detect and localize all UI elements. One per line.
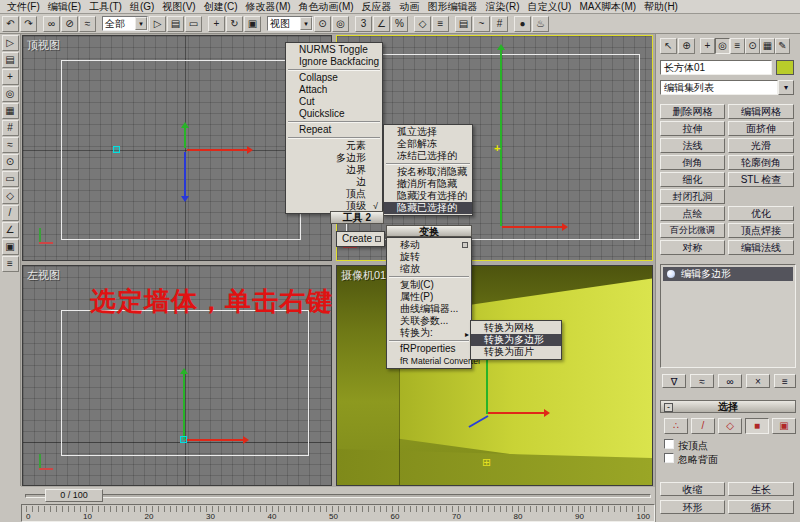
quad-menu-item-clone[interactable]: 复制(C) (387, 279, 471, 291)
viewport-camera[interactable]: 摄像机01 ⊞ (336, 265, 653, 486)
modifier-button[interactable]: 顶点焊接 (728, 223, 794, 238)
snap-toggle-button[interactable]: 3 (355, 16, 372, 32)
quad-menu-item[interactable]: NURMS Toggle (286, 44, 382, 56)
wall-spline-wireframe[interactable] (61, 310, 309, 456)
selection-region-button[interactable]: ▭ (185, 16, 202, 32)
menu-rendering[interactable]: 渲染(R) (482, 0, 524, 14)
gizmo-x-axis[interactable] (187, 149, 247, 151)
element-subobject-icon[interactable]: ▣ (772, 418, 796, 434)
menu-animation[interactable]: 动画 (396, 0, 424, 14)
collapse-rollout-icon[interactable]: - (664, 403, 673, 412)
left-toolbar-icon[interactable]: ▣ (2, 239, 19, 255)
quad-menu-item[interactable]: Collapse (286, 72, 382, 84)
gizmo-y-axis[interactable] (183, 374, 185, 440)
show-end-result-icon[interactable]: ≈ (690, 374, 714, 388)
modifier-button[interactable]: STL 检查 (728, 172, 794, 187)
use-center-button[interactable]: ⊙ (314, 16, 331, 32)
render-scene-button[interactable]: ♨ (532, 16, 549, 32)
angle-snap-button[interactable]: ∠ (373, 16, 390, 32)
ring-button[interactable]: 环形 (660, 500, 725, 514)
left-toolbar-icon[interactable]: ◎ (2, 86, 19, 102)
modifier-button[interactable]: 删除网格 (660, 104, 725, 119)
ignore-backfacing-checkbox[interactable] (664, 453, 674, 463)
by-vertex-checkbox[interactable] (664, 439, 674, 449)
quad-menu-item[interactable]: 冻结已选择的 (384, 150, 472, 162)
modifier-button[interactable]: 面挤伸 (728, 121, 794, 136)
modifier-button[interactable]: 法线 (660, 138, 725, 153)
modifier-button[interactable]: 编辑法线 (728, 240, 794, 255)
quad-menu-item-scale[interactable]: 缩放 (387, 263, 471, 275)
remove-modifier-icon[interactable]: × (746, 374, 770, 388)
menu-group[interactable]: 组(G) (126, 0, 158, 14)
select-by-name-button[interactable]: ▤ (167, 16, 184, 32)
quad-menu-item-curve-editor[interactable]: 曲线编辑器... (387, 303, 471, 315)
left-toolbar-icon[interactable]: ∠ (2, 222, 19, 238)
left-toolbar-icon[interactable]: + (2, 69, 19, 85)
select-object-button[interactable]: ▷ (149, 16, 166, 32)
display-tab-icon[interactable]: ▦ (760, 38, 775, 54)
edge-subobject-icon[interactable]: / (691, 418, 715, 434)
configure-modifier-sets-icon[interactable]: ≡ (774, 374, 796, 388)
curve-editor-button[interactable]: ~ (473, 16, 490, 32)
create-options-icon[interactable] (375, 236, 381, 242)
modifier-button[interactable]: 优化 (728, 206, 794, 221)
modifier-stack-item[interactable]: 编辑多边形 (663, 267, 793, 281)
quad-menu-item-move[interactable]: 移动 (387, 239, 471, 251)
select-and-link-button[interactable]: ∞ (43, 16, 60, 32)
quad-menu-item-fr-material-converter[interactable]: fR Material Converter (387, 355, 471, 367)
gizmo-x-axis[interactable] (502, 226, 562, 228)
create-tab-icon[interactable]: + (700, 38, 715, 54)
modifier-button[interactable]: 细化 (660, 172, 725, 187)
object-color-swatch[interactable] (776, 60, 794, 75)
modifier-button[interactable]: 封闭孔洞 (660, 189, 725, 204)
quad-menu-item-border[interactable]: 边界 (286, 164, 382, 176)
menu-edit[interactable]: 编辑(E) (44, 0, 85, 14)
panel-pin-icon[interactable]: ⊕ (678, 38, 695, 54)
viewport-camera-label[interactable]: 摄像机01 (341, 268, 386, 283)
align-button[interactable]: ≡ (432, 16, 449, 32)
dropdown-arrow-icon[interactable]: ▾ (135, 17, 147, 30)
quad-menu-item[interactable]: Quickslice (286, 108, 382, 120)
modifier-stack-list[interactable]: 编辑多边形 (660, 264, 796, 368)
move-settings-icon[interactable] (462, 242, 468, 248)
gizmo-z-axis[interactable] (184, 152, 186, 196)
submenu-item-convert-to-mesh[interactable]: 转换为网格 (471, 322, 561, 334)
modifier-list-arrow-icon[interactable]: ▾ (778, 80, 794, 95)
left-toolbar-icon[interactable]: ≡ (2, 256, 19, 272)
quad-menu-item-create[interactable]: Create (337, 233, 384, 245)
gizmo-x-axis[interactable] (488, 412, 544, 414)
selected-vertex-marker[interactable] (113, 146, 120, 153)
modifier-button[interactable]: 编辑网格 (728, 104, 794, 119)
selection-rollout-header[interactable]: -选择 (660, 400, 796, 413)
menu-views[interactable]: 视图(V) (158, 0, 199, 14)
time-slider[interactable]: 0 / 100 (45, 489, 103, 502)
modifier-button[interactable]: 百分比微调 (660, 223, 725, 238)
viewport-left-label[interactable]: 左视图 (27, 268, 60, 283)
quad-menu-item-properties[interactable]: 属性(P) (387, 291, 471, 303)
submenu-item-convert-to-poly[interactable]: 转换为多边形 (471, 334, 561, 346)
quad-menu-item[interactable]: Cut (286, 96, 382, 108)
loop-button[interactable]: 循环 (728, 500, 794, 514)
left-toolbar-icon[interactable]: / (2, 205, 19, 221)
modify-tab-icon[interactable]: ◎ (715, 38, 730, 54)
gizmo-x-axis[interactable] (185, 439, 243, 441)
polygon-subobject-icon[interactable]: ■ (745, 418, 769, 434)
quad-menu-item-hide-selection[interactable]: 隐藏已选择的 (384, 202, 472, 214)
modifier-list-dropdown[interactable]: 编辑集列表 (660, 80, 778, 95)
vertex-subobject-icon[interactable]: ∴ (664, 418, 688, 434)
wall-spline-wireframe[interactable] (61, 60, 301, 240)
modifier-button[interactable]: 对称 (660, 240, 725, 255)
quad-menu-item-vertex[interactable]: 顶点 (286, 188, 382, 200)
menu-tools[interactable]: 工具(T) (85, 0, 126, 14)
track-bar[interactable]: 0 10 20 30 40 50 60 70 80 90 100 (21, 504, 655, 522)
quad-menu-item[interactable]: 撤消所有隐藏 (384, 178, 472, 190)
menu-create[interactable]: 创建(C) (200, 0, 242, 14)
motion-tab-icon[interactable]: ⊙ (745, 38, 760, 54)
selected-vertex-marker[interactable] (180, 436, 187, 443)
quad-menu-item-convert-to[interactable]: 转换为:▸ (387, 327, 471, 339)
undo-button[interactable]: ↶ (2, 16, 19, 32)
border-subobject-icon[interactable]: ◇ (718, 418, 742, 434)
unlink-selection-button[interactable]: ⊘ (61, 16, 78, 32)
left-toolbar-icon[interactable]: ⊙ (2, 154, 19, 170)
menu-customize[interactable]: 自定义(U) (523, 0, 575, 14)
